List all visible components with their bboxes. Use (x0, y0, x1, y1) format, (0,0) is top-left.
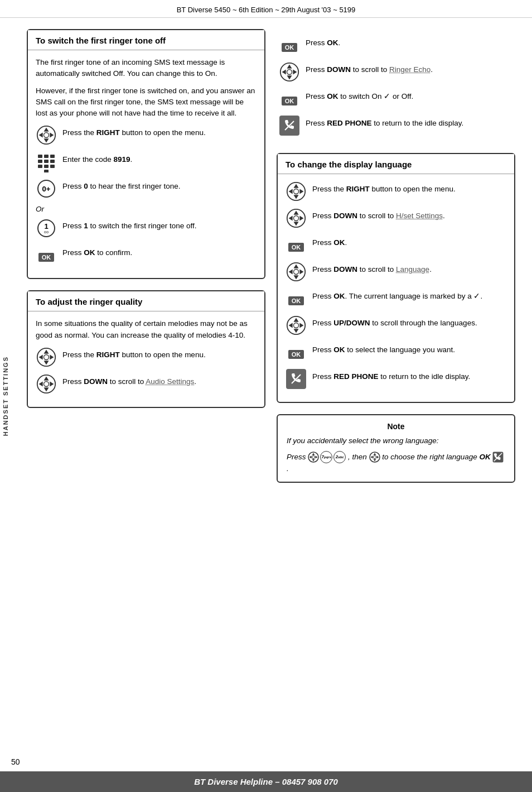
section-display-language: To change the display language (277, 153, 515, 403)
svg-marker-71 (309, 456, 312, 459)
step-press-1-text: Press 1 to switch the first ringer tone … (62, 218, 257, 232)
svg-marker-32 (44, 387, 49, 391)
svg-marker-9 (44, 128, 49, 132)
svg-marker-45 (294, 195, 299, 199)
svg-marker-10 (44, 139, 49, 143)
svg-point-73 (312, 456, 315, 459)
nav-down-icon-ringer (279, 61, 300, 83)
svg-rect-18 (44, 160, 49, 163)
step-ok-confirm-text: Press OK to confirm. (62, 244, 257, 258)
ok-badge-r1: OK (279, 35, 300, 56)
step-enter-code: Enter the code 8919. (36, 151, 257, 172)
svg-point-66 (294, 323, 299, 328)
red-phone-icon-1 (279, 115, 300, 136)
section-ringer-tone-off-para2: However, if the first ringer tone is swi… (36, 85, 257, 119)
step-ok-select-lang: OK Press OK to select the language you w… (286, 342, 506, 363)
nav-right-icon-2 (36, 347, 57, 368)
svg-point-48 (294, 189, 299, 194)
small-nav-icon-1 (308, 452, 319, 463)
svg-marker-77 (370, 456, 373, 459)
step-ok-lang1: OK Press OK. (286, 234, 506, 256)
step-down-language-text: Press DOWN to scroll to Language. (312, 261, 506, 275)
step-red-phone-2-text: Press RED PHONE to return to the idle di… (312, 368, 506, 382)
svg-point-79 (373, 456, 376, 459)
svg-marker-31 (44, 376, 49, 380)
ok-badge-lang2: OK (286, 288, 307, 309)
nav-right-icon-1 (36, 124, 57, 146)
ok-badge-lang3: OK (286, 342, 307, 363)
svg-marker-47 (299, 189, 303, 194)
svg-marker-75 (373, 453, 376, 455)
step-down-language: Press DOWN to scroll to Language. (286, 261, 506, 282)
one-button-icon: 1 oo (36, 218, 57, 239)
step-ok-1: OK Press OK. (279, 35, 515, 56)
note-body-text: If you accidentally select the wrong lan… (287, 435, 505, 447)
svg-marker-34 (50, 381, 54, 386)
svg-marker-76 (373, 459, 376, 462)
svg-marker-11 (39, 133, 43, 138)
section-ringer-tone-off-para1: The first ringer tone of an incoming SMS… (36, 57, 257, 80)
svg-marker-28 (50, 354, 54, 359)
svg-rect-21 (44, 165, 49, 168)
step-ok-onoff: OK Press OK to switch On ✓ or Off. (279, 88, 515, 109)
step-down-ringer-echo-text: Press DOWN to scroll to Ringer Echo. (306, 61, 515, 75)
side-label: HANDSET SETTINGS (2, 356, 9, 436)
step-red-phone-2: Press RED PHONE to return to the idle di… (286, 368, 506, 390)
nav-updown-icon-lang (286, 315, 307, 336)
note-box: Note If you accidentally select the wron… (277, 414, 515, 483)
svg-point-60 (294, 270, 299, 275)
step-press-1: 1 oo Press 1 to switch the first ringer … (36, 218, 257, 239)
svg-point-54 (294, 216, 299, 221)
svg-rect-15 (44, 155, 49, 158)
step-ok-lang-mark-text: Press OK. The current language is marked… (312, 288, 506, 302)
svg-marker-39 (282, 70, 286, 75)
svg-marker-40 (293, 70, 297, 75)
svg-marker-70 (312, 459, 315, 462)
svg-point-13 (44, 133, 49, 138)
svg-marker-25 (44, 349, 49, 353)
svg-point-41 (287, 70, 292, 75)
step-down-audio: Press DOWN to scroll to Audio Settings. (36, 373, 257, 395)
svg-marker-52 (289, 216, 293, 221)
step-ok-onoff-text: Press OK to switch On ✓ or Off. (306, 88, 515, 102)
step-right-button-1-text: Press the RIGHT button to open the menu. (62, 124, 257, 138)
svg-marker-46 (289, 189, 293, 194)
svg-marker-57 (294, 275, 299, 279)
red-phone-icon-2 (286, 368, 307, 390)
svg-marker-50 (294, 211, 299, 215)
keypad-icon (36, 151, 57, 172)
svg-rect-20 (38, 165, 42, 168)
note-then: then (352, 453, 367, 461)
step-press-0-text: Press 0 to hear the first ringer tone. (62, 178, 257, 192)
svg-rect-19 (50, 160, 55, 163)
svg-marker-53 (299, 216, 303, 221)
section-display-language-title: To change the display language (278, 154, 514, 174)
ok-badge-r2: OK (279, 88, 300, 109)
step-down-audio-text: Press DOWN to scroll to Audio Settings. (62, 373, 257, 387)
svg-marker-65 (299, 323, 303, 328)
seven-key-icon: 7pqrs (320, 451, 332, 463)
note-title: Note (287, 422, 505, 431)
right-continuation: OK Press OK. Press DOWN to scroll t (277, 29, 515, 142)
svg-marker-51 (294, 222, 299, 225)
zero-button-icon: 0+ (36, 178, 57, 199)
page-number: 50 (11, 757, 20, 766)
svg-rect-17 (38, 160, 42, 163)
svg-marker-59 (299, 270, 303, 275)
step-red-phone-1-text: Press RED PHONE to return to the idle di… (306, 115, 515, 129)
small-nav-icon-2 (369, 452, 380, 463)
step-updown-lang-text: Press UP/DOWN to scroll through the lang… (312, 315, 506, 329)
two-key-icon: 2abc (333, 451, 346, 463)
svg-marker-27 (39, 354, 43, 359)
step-ok-lang1-text: Press OK. (312, 234, 506, 248)
step-enter-code-text: Enter the code 8919. (62, 151, 257, 165)
svg-rect-16 (50, 155, 55, 158)
ok-badge-lang1: OK (286, 234, 307, 256)
step-right-button-2-text: Press the RIGHT button to open the menu. (62, 347, 257, 361)
page-footer: BT Diverse Helpline – 08457 908 070 (0, 771, 532, 792)
nav-down-icon-language (286, 261, 307, 282)
step-updown-lang: Press UP/DOWN to scroll through the lang… (286, 315, 506, 336)
page-header: BT Diverse 5450 ~ 6th Edition ~ 29th Aug… (0, 0, 532, 18)
svg-marker-56 (294, 265, 299, 268)
svg-marker-58 (289, 270, 293, 275)
